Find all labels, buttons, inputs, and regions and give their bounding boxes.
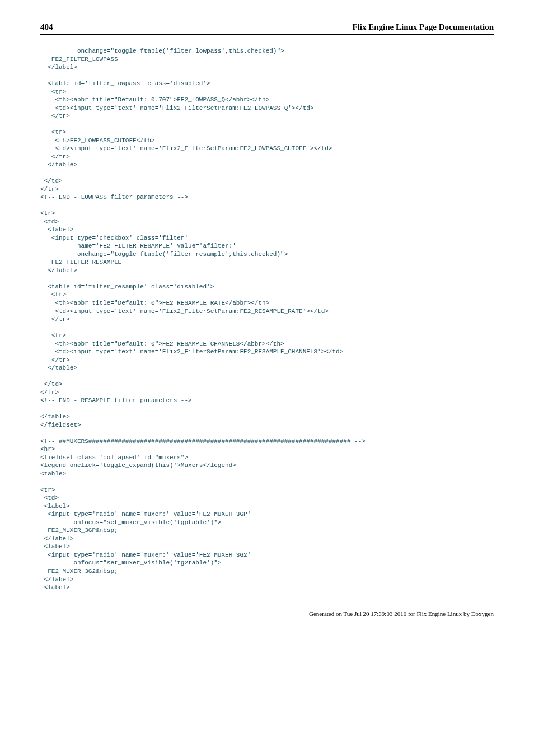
footer-rule <box>40 608 494 608</box>
footer-text: Generated on Tue Jul 20 17:39:03 2010 fo… <box>40 610 494 617</box>
header-rule <box>40 34 494 35</box>
page-number: 404 <box>40 22 53 32</box>
page-title: Flix Engine Linux Page Documentation <box>352 22 494 32</box>
page: 404 Flix Engine Linux Page Documentation… <box>0 0 534 756</box>
page-header: 404 Flix Engine Linux Page Documentation <box>40 22 494 32</box>
code-block: onchange="toggle_ftable('filter_lowpass'… <box>40 47 494 592</box>
